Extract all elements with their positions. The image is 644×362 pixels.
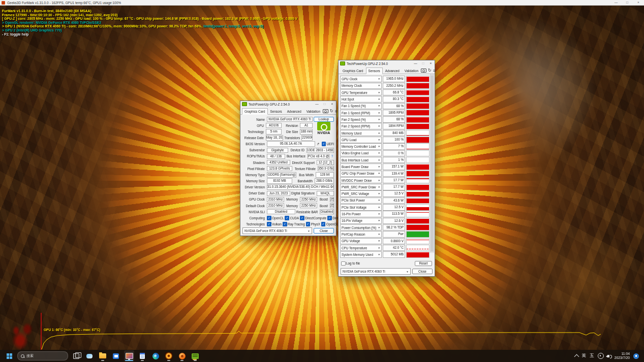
sensor-name-dropdown[interactable]: Hot Spot▼ (340, 96, 382, 103)
chevron-down-icon: ▼ (377, 118, 380, 121)
field-value: WHQL (317, 191, 334, 196)
active-app-button[interactable] (124, 350, 134, 361)
minimize-button[interactable]: — (313, 101, 321, 107)
sensor-name-dropdown[interactable]: GPU Chip Power Draw▼ (340, 171, 382, 177)
ime-language-indicator[interactable]: 英 (582, 353, 587, 359)
spec-row: BIOS Version95.06.1A.40.7A↱✓UEFI (242, 141, 334, 147)
feature-checkbox[interactable]: ✓CUDA (285, 216, 299, 220)
sensor-name-dropdown[interactable]: Memory Clock▼ (340, 83, 382, 89)
sensor-name-dropdown[interactable]: GPU Temperature▼ (340, 89, 382, 96)
sensor-name-dropdown[interactable]: System Memory Used▼ (340, 251, 382, 258)
sensor-name-dropdown[interactable]: GPU Voltage▼ (340, 238, 382, 245)
file-explorer-button[interactable] (98, 350, 108, 361)
field-label: Device ID (289, 148, 305, 152)
sensor-name-dropdown[interactable]: MVDDC Power Draw▼ (340, 177, 382, 184)
sensor-name-dropdown[interactable]: GPU Clock▼ (340, 76, 382, 82)
sensor-value: 12.6 V (383, 218, 405, 224)
furmark-taskbar-button[interactable] (164, 350, 174, 361)
menu-icon[interactable]: ≡ (433, 69, 436, 73)
close-button[interactable]: × (328, 101, 336, 107)
refresh-icon[interactable]: ↻ (330, 109, 333, 113)
help-link[interactable]: ? (330, 154, 334, 158)
notification-badge[interactable] (633, 353, 639, 359)
reset-button[interactable]: Reset (415, 261, 432, 267)
sensor-name-dropdown[interactable]: Power Consumption (%)▼ (340, 224, 382, 231)
sensor-name-dropdown[interactable]: Video Engine Load▼ (340, 150, 382, 157)
sensor-name-dropdown[interactable]: PCIe Slot Voltage▼ (340, 204, 382, 211)
sensor-name-dropdown[interactable]: 16-Pin Voltage▼ (340, 218, 382, 224)
start-button[interactable] (4, 350, 14, 361)
nvidia-eye-icon (317, 122, 330, 130)
tab-advanced[interactable]: Advanced (383, 68, 402, 74)
gpu-select-dropdown[interactable]: NVIDIA GeForce RTX 4060 Ti ▼ (341, 268, 411, 275)
sensor-value: 113.5 W (383, 211, 405, 217)
gpu-select-dropdown[interactable]: NVIDIA GeForce RTX 4060 Ti ▼ (242, 227, 312, 234)
scrollbar[interactable] (430, 74, 434, 253)
feature-checkbox[interactable]: ✓DirectCompute (300, 216, 326, 220)
feature-checkbox[interactable]: ✓UEFI (322, 142, 334, 146)
maximize-button[interactable]: □ (622, 0, 633, 5)
volume-icon[interactable] (607, 355, 609, 357)
notepad-button[interactable] (137, 350, 147, 361)
tab-graphics-card[interactable]: Graphics Card (242, 108, 268, 115)
ime-mode-indicator[interactable]: 五 (590, 353, 594, 359)
sensor-name-dropdown[interactable]: Bus Interface Load▼ (340, 157, 382, 163)
sensor-value: 43.6 W (383, 198, 405, 204)
gpuz-taskbar-button[interactable] (190, 350, 200, 361)
gpuz-titlebar[interactable]: TechPowerUp GPU-Z 2.54.0 — □ × (339, 60, 435, 67)
feature-checkbox[interactable]: ✓PhysX (306, 222, 320, 226)
close-dialog-button[interactable]: Close (412, 269, 433, 274)
close-button[interactable]: × (427, 60, 435, 67)
sensor-name-dropdown[interactable]: PWR_SRC Power Draw▼ (340, 184, 382, 190)
sensor-name-dropdown[interactable]: PWR_SRC Voltage▼ (340, 190, 382, 197)
minimize-button[interactable]: — (610, 0, 622, 5)
screenshot-icon[interactable] (323, 109, 328, 113)
taskbar-clock[interactable]: 11:04 2023/7/20 (615, 352, 630, 360)
sensor-history-graph (406, 211, 430, 217)
sensor-name-dropdown[interactable]: Memory Used▼ (340, 130, 382, 137)
log-to-file-checkbox[interactable]: Log to file (341, 261, 360, 266)
microsoft-store-button[interactable] (111, 350, 121, 361)
tab-validation[interactable]: Validation (304, 108, 323, 115)
tab-advanced[interactable]: Advanced (285, 108, 304, 115)
burn-app-button[interactable] (177, 350, 187, 361)
lookup-button[interactable]: Lookup (314, 117, 334, 122)
tab-graphics-card[interactable]: Graphics Card (340, 68, 366, 74)
gpuz-titlebar[interactable]: TechPowerUp GPU-Z 2.54.0 — □ × (240, 101, 336, 107)
tab-sensors[interactable]: Sensors (268, 108, 285, 115)
close-dialog-button[interactable]: Close (314, 228, 334, 234)
field-label: Computing (242, 216, 266, 220)
share-icon[interactable]: ↱ (316, 142, 321, 146)
sensor-name-dropdown[interactable]: PCIe Slot Power▼ (340, 198, 382, 204)
tab-validation[interactable]: Validation (402, 68, 421, 74)
sensor-name-dropdown[interactable]: Fan 1 Speed (%)▼ (340, 103, 382, 110)
checkbox-icon: ✓ (283, 222, 287, 226)
refresh-icon[interactable]: ↻ (428, 69, 432, 73)
task-view-button[interactable] (71, 350, 81, 361)
sensor-name-dropdown[interactable]: Board Power Draw▼ (340, 163, 382, 170)
edge-button[interactable] (150, 350, 161, 361)
sensor-name-dropdown[interactable]: Fan 1 Speed (RPM)▼ (340, 110, 382, 116)
sensor-value: 0.8600 V (383, 238, 405, 245)
widgets-button[interactable] (84, 350, 95, 361)
sensor-name-dropdown[interactable]: CPU Temperature▼ (340, 245, 382, 251)
field-label: Memory Type (242, 173, 266, 177)
tray-app-icon[interactable] (598, 353, 604, 359)
scrollbar-thumb[interactable] (431, 75, 434, 252)
close-button[interactable]: × (633, 0, 644, 5)
sensor-name-dropdown[interactable]: Fan 2 Speed (RPM)▼ (340, 123, 382, 129)
sensor-name-dropdown[interactable]: PerfCap Reason▼ (340, 231, 382, 238)
sensor-name-dropdown[interactable]: GPU Load▼ (340, 137, 382, 143)
sensor-name-dropdown[interactable]: Fan 2 Speed (%)▼ (340, 116, 382, 123)
feature-checkbox[interactable]: ✓OpenCL (267, 216, 284, 220)
feature-checkbox[interactable]: ✓Vulkan (267, 222, 282, 226)
tab-sensors[interactable]: Sensors (366, 68, 383, 74)
hidden-icons-chevron[interactable] (574, 354, 579, 359)
screenshot-icon[interactable] (421, 69, 426, 73)
minimize-button[interactable]: — (412, 60, 419, 67)
sensor-name-dropdown[interactable]: 16-Pin Power▼ (340, 211, 382, 217)
feature-checkbox[interactable]: ✓Ray Tracing (283, 222, 305, 226)
menu-icon[interactable]: ≡ (335, 109, 338, 113)
taskbar-search-input[interactable]: 搜索 (17, 351, 68, 360)
sensor-name-dropdown[interactable]: Memory Controller Load▼ (340, 143, 382, 150)
